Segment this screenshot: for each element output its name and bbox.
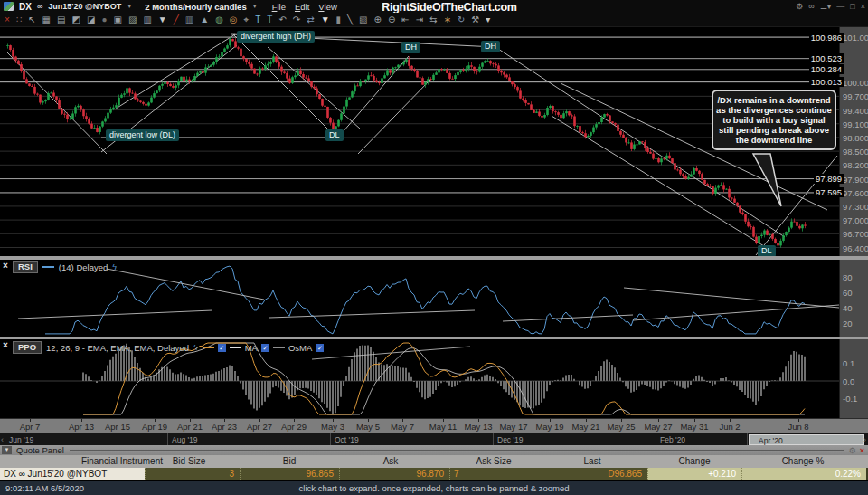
candle-body	[511, 81, 514, 84]
minimize-icon[interactable]: —	[836, 1, 844, 12]
candle-body	[240, 49, 242, 57]
last-cell[interactable]: D96.865	[552, 468, 647, 480]
refresh-icon[interactable]: ↻	[458, 13, 465, 26]
cycle-icon[interactable]: ⇄	[307, 13, 314, 26]
draw-pencil-icon[interactable]: ╱	[174, 13, 179, 26]
toolbar-caret-icon[interactable]: ▾	[486, 13, 490, 26]
triangle-up-icon[interactable]: ▲	[200, 13, 209, 26]
volume-profile-icon[interactable]: ▥	[185, 13, 193, 26]
study-beaker-icon[interactable]: ◩	[72, 13, 80, 26]
panel-icon[interactable]: ▮	[336, 13, 342, 26]
timeline-visible-range[interactable]: Apr '20	[749, 434, 864, 445]
instrument-cell[interactable]: DX ∞ Jun15'20 @NYBOT	[0, 468, 145, 480]
snapshot-icon[interactable]: ▣	[113, 13, 121, 26]
timeframe-label[interactable]: 2 Months/Hourly candles	[145, 2, 246, 12]
candle-body	[20, 64, 23, 71]
filter-large-icon[interactable]: ▼	[321, 13, 330, 26]
wrench-icon[interactable]: ⚒	[471, 13, 479, 26]
candle-body	[118, 98, 120, 105]
timeline-scroll-left[interactable]: ‹	[1, 435, 4, 444]
redo-icon[interactable]: ↷	[293, 13, 300, 26]
rsi-line-swatch	[42, 266, 54, 268]
grid-icon[interactable]: ▦	[42, 13, 51, 26]
timeframe-dropdown-caret-icon[interactable]: ▼	[252, 4, 258, 9]
symbol-dropdown-caret-icon[interactable]: ▼	[127, 4, 132, 9]
pin-dropdown-icon[interactable]: ⚊▾	[820, 1, 832, 12]
ma-series-checkbox[interactable]: ✓	[261, 344, 269, 352]
style-dots-icon[interactable]: ∷	[16, 13, 22, 26]
analyst-note-callout[interactable]: /DX remains in a downtrend as the diverg…	[712, 90, 836, 150]
menu-view[interactable]: View	[318, 2, 336, 12]
timeline-highlight-label: Apr '20	[759, 436, 783, 445]
restore-icon[interactable]: □	[850, 1, 854, 12]
quote-panel-gear-icon[interactable]: ⚙	[849, 446, 856, 455]
link-channel-icon[interactable]: ∞	[808, 1, 814, 12]
text-note-icon[interactable]: T	[255, 13, 260, 26]
pan-right-icon[interactable]: ⇥	[416, 13, 423, 26]
ask-size-cell[interactable]: 7	[449, 468, 552, 480]
print-icon[interactable]: ▤	[57, 13, 65, 26]
settings-gear-icon[interactable]: ⚙	[796, 1, 803, 12]
filter-icon[interactable]: ▼	[158, 13, 167, 26]
undo-icon[interactable]: ↶	[278, 13, 286, 26]
pointer-target-icon[interactable]: ⌖	[244, 13, 250, 26]
candle-body	[28, 83, 31, 86]
candle-body	[269, 62, 272, 63]
candle-body	[126, 88, 128, 93]
candle-body	[147, 102, 150, 105]
timeline-scroll-right[interactable]: ›	[863, 435, 866, 444]
center-bars-icon[interactable]: ⇆	[429, 13, 437, 26]
candle-body	[720, 185, 722, 186]
candle-body	[579, 126, 581, 132]
candle-body	[489, 61, 492, 63]
hatch-icon[interactable]: ▧	[359, 13, 367, 26]
flower-icon[interactable]: ∗	[443, 13, 450, 26]
menu-file[interactable]: File	[272, 2, 286, 12]
candle-body	[115, 105, 118, 107]
candle-body	[619, 131, 622, 135]
rsi-close-icon[interactable]: ×	[3, 262, 8, 271]
change-cell[interactable]: +0.210	[647, 468, 741, 480]
panel-divider[interactable]	[0, 256, 868, 260]
pan-left-icon[interactable]: ⇤	[401, 13, 409, 26]
quote-panel-close-icon[interactable]: ×	[860, 446, 864, 455]
candle-body	[359, 81, 362, 86]
quote-panel-collapse-button[interactable]: ▼	[2, 446, 12, 454]
candle-body	[712, 186, 714, 194]
candle-body	[646, 148, 649, 152]
candle-body	[17, 61, 20, 64]
target-icon[interactable]: ◎	[230, 13, 238, 26]
date-axis[interactable]: Apr 7Apr 13Apr 15Apr 19Apr 21Apr 23Apr 2…	[0, 418, 868, 433]
candle-body	[310, 81, 313, 87]
candle-body	[739, 205, 741, 212]
ppo-study-chip[interactable]: PPO	[13, 341, 42, 354]
contract-label[interactable]: Jun15'20 @NYBOT	[48, 2, 121, 11]
candle-body	[104, 119, 107, 122]
text-label-icon[interactable]: T	[267, 13, 272, 26]
rsi-panel[interactable]	[0, 261, 839, 337]
change-pct-cell[interactable]: 0.22%	[741, 468, 866, 480]
ppo-close-icon[interactable]: ×	[3, 341, 8, 350]
ppo-series-checkbox[interactable]: ✓	[218, 344, 226, 352]
quote-table-row[interactable]: DX ∞ Jun15'20 @NYBOT396.86596.8707D96.86…	[0, 468, 868, 480]
pen-line-icon[interactable]: ╲	[347, 13, 353, 26]
bid-size-cell[interactable]: 3	[145, 468, 240, 480]
bid-cell[interactable]: 96.865	[240, 468, 339, 480]
cursor-icon[interactable]: ↖	[28, 13, 35, 26]
zoom-in-icon[interactable]: ⊕	[374, 13, 382, 26]
candle-body	[454, 75, 457, 79]
zoom-out-icon[interactable]: ⊖	[388, 13, 395, 26]
pattern-icon[interactable]: ▨	[128, 13, 137, 26]
candle-body	[522, 99, 524, 100]
menu-edit[interactable]: Edit	[295, 2, 309, 12]
rsi-study-chip[interactable]: RSI	[13, 261, 38, 273]
close-chart-icon[interactable]: ×	[5, 13, 10, 26]
ppo-axis-tick: -0.1	[843, 394, 857, 404]
bubble-icon[interactable]: ◍	[215, 13, 223, 26]
ask-cell[interactable]: 96.870	[339, 468, 449, 480]
osma-series-checkbox[interactable]: ✓	[316, 344, 324, 352]
eraser-icon[interactable]: ◪	[87, 13, 95, 26]
layout-grid-icon[interactable]: ▥	[143, 13, 151, 26]
circle-tool-icon[interactable]: ●	[101, 13, 107, 26]
close-icon[interactable]: ×	[861, 1, 865, 12]
